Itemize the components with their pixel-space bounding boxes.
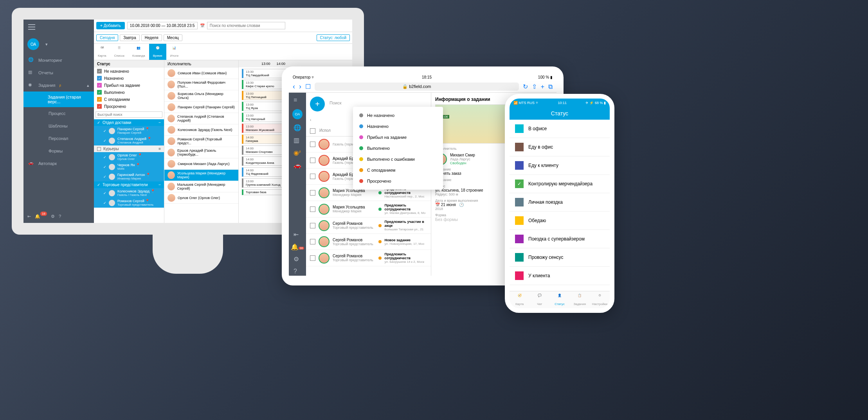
performer-row[interactable]: Степанов Андрей (Степанов Андрей)	[164, 113, 238, 124]
status-option[interactable]: Еду к клиенту	[510, 156, 610, 175]
calendar-icon[interactable]: 📅	[200, 23, 205, 28]
search-input[interactable]	[207, 22, 285, 29]
view-tab-Итоги[interactable]: 📊Итоги	[166, 44, 182, 60]
tab-Статус[interactable]: 👤Статус	[549, 291, 569, 308]
status-checkbox-row[interactable]: ✓Просрочено	[94, 103, 164, 110]
row-checkbox[interactable]	[310, 174, 315, 179]
performer-row[interactable]: Колесников Эдуард (Газель Next)	[164, 124, 238, 136]
hamburger-icon[interactable]: ≡	[294, 97, 301, 104]
bookmarks-icon[interactable]: ☐	[305, 83, 311, 90]
search-placeholder[interactable]: Поиск	[306, 101, 345, 109]
add-button[interactable]: + Добавить	[96, 22, 125, 29]
chevron-down-icon[interactable]: ▾	[45, 42, 48, 47]
sidebar-item[interactable]: 🌐Мониторинг	[23, 54, 94, 66]
popup-status-item[interactable]: С опозданием	[353, 165, 443, 176]
status-checkbox-row[interactable]: ✓Прибыл на задание	[94, 82, 164, 89]
popup-status-item[interactable]: Выполнено	[353, 143, 443, 154]
team-tree-item[interactable]: ✓Отдел доставки−	[94, 119, 164, 126]
range-chip[interactable]: Завтра	[120, 34, 139, 41]
checkbox-icon[interactable]: ✓	[103, 155, 106, 159]
team-tree-item[interactable]: ✓Степанов Андрей 📍Степанов Андрей	[94, 136, 164, 145]
url-bar[interactable]: 🔒 b2field.com	[315, 83, 519, 91]
team-tree-item[interactable]: ✓Романов Сергей 📍Торговый представитель	[94, 198, 164, 208]
share-icon[interactable]: ⇧	[532, 83, 537, 90]
popup-status-item[interactable]: Не назначено	[353, 110, 443, 121]
team-tree-item[interactable]: ✓Торговые представители−	[94, 181, 164, 188]
sidebar-item[interactable]: Персонал	[23, 132, 94, 145]
select-all-checkbox[interactable]	[310, 128, 315, 134]
checkbox-icon[interactable]: ✓	[103, 129, 106, 133]
checkbox-icon[interactable]: ✓	[97, 104, 102, 109]
checkbox-icon[interactable]: ✓	[103, 175, 106, 179]
notifications-icon[interactable]: 🔔16	[35, 214, 47, 219]
task-row[interactable]: Сергей РомановТорговый представительПред…	[306, 217, 431, 234]
status-filter-chip[interactable]: Статус: любой	[317, 34, 350, 41]
tab-Карта[interactable]: 🧭Карта	[510, 291, 529, 308]
checkbox-icon[interactable]: ✓	[97, 97, 102, 102]
popup-status-item[interactable]: Прибыл на задание	[353, 132, 443, 143]
notifications-icon[interactable]: 🔔16	[291, 243, 304, 251]
team-tree-item[interactable]: ✓Гаринский Антон 📍Инженер Мария	[94, 172, 164, 181]
status-option[interactable]: У клиента	[510, 267, 610, 285]
performer-row[interactable]: Орлов Олег (Орлов Олег)	[164, 192, 238, 204]
sidebar-item[interactable]: 🚗Автопарк	[23, 157, 94, 170]
help-icon[interactable]: ?	[59, 214, 61, 219]
row-checkbox[interactable]	[310, 255, 315, 261]
checkbox-icon[interactable]: ✓	[103, 201, 106, 205]
sidebar-item[interactable]: ◉Заданияβ▴	[23, 79, 94, 92]
view-tab-Карта[interactable]: 🗺Карта	[94, 44, 110, 60]
forward-icon[interactable]: ›	[299, 83, 301, 91]
hamburger-icon[interactable]	[23, 20, 94, 34]
back-arrow-icon[interactable]: ‹	[310, 118, 311, 122]
view-tab-Команда[interactable]: 👥Команда	[128, 44, 149, 60]
popup-status-item[interactable]: Просрочено	[353, 176, 443, 187]
status-option[interactable]: Личная поездка	[510, 193, 610, 212]
performer-row[interactable]: Смирнов Михаил (Лада Ларгус)	[164, 158, 238, 170]
range-chip[interactable]: Неделя	[141, 34, 162, 41]
status-option[interactable]: Еду в офис	[510, 138, 610, 156]
view-tab-Время[interactable]: 🕐Время	[149, 44, 166, 60]
range-chip[interactable]: Месяц	[164, 34, 182, 41]
team-tree-item[interactable]: ✓Панарин Сергей 📍Панарин Сергей	[94, 126, 164, 136]
task-row[interactable]: Мария УсольцеваМенеджер МарияПредложить …	[306, 201, 431, 217]
pin-icon[interactable]: ◉β	[294, 149, 301, 157]
tab-Чат[interactable]: 💬Чат	[529, 291, 549, 308]
status-option[interactable]: Поездка с супервайзером	[510, 230, 610, 248]
chart-icon[interactable]: ▥	[294, 136, 301, 144]
sidebar-item[interactable]: Процесс	[23, 107, 94, 120]
row-checkbox[interactable]	[310, 239, 315, 244]
popup-status-item[interactable]: Выполнено с ошибками	[353, 154, 443, 165]
checkbox-icon[interactable]: ✓	[97, 76, 102, 81]
sidebar-item[interactable]: Задания (старая верс...	[23, 92, 94, 107]
tab-Настройки[interactable]: ⚙Настройки	[590, 291, 610, 308]
task-row[interactable]: Сергей РомановТорговый представительПред…	[306, 250, 431, 266]
row-checkbox[interactable]	[310, 206, 315, 212]
performer-row[interactable]: Малышев Сергей (Менеджер Сергей)	[164, 181, 238, 192]
team-tree-item[interactable]: ✓Чернов Ян 📍MAN	[94, 162, 164, 172]
sidebar-item[interactable]: Формы	[23, 145, 94, 157]
checkbox-icon[interactable]: ✓	[97, 90, 102, 95]
user-avatar[interactable]: ОА	[27, 38, 39, 50]
row-checkbox[interactable]	[310, 190, 315, 196]
view-tab-Список[interactable]: ☰Список	[110, 44, 128, 60]
status-option[interactable]: Обедаю	[510, 212, 610, 230]
user-avatar[interactable]: ОА	[292, 109, 303, 119]
team-tree-item[interactable]: Курьеры≡	[94, 145, 164, 152]
row-checkbox[interactable]	[310, 158, 315, 163]
status-option[interactable]: Провожу сенсус	[510, 248, 610, 267]
status-checkbox-row[interactable]: ✓С опозданием	[94, 96, 164, 103]
quick-search-input[interactable]	[95, 111, 162, 118]
performer-row[interactable]: Ершов Аркадий (Газель (термобудк...	[164, 147, 238, 158]
sidebar-item[interactable]: Шаблоны	[23, 120, 94, 132]
logout-icon[interactable]: ⇤	[294, 231, 301, 239]
checkbox-icon[interactable]: ✓	[97, 83, 102, 88]
checkbox-icon[interactable]: ✓	[97, 183, 100, 187]
back-icon[interactable]: ‹	[293, 83, 295, 91]
checkbox-icon[interactable]: ✓	[97, 120, 100, 125]
collapse-icon[interactable]: ≡	[158, 147, 161, 151]
status-checkbox-row[interactable]: ✓Выполнено	[94, 89, 164, 96]
settings-icon[interactable]: ⚙	[294, 255, 301, 263]
sidebar-item[interactable]: ▥Отчеты	[23, 66, 94, 79]
logout-icon[interactable]: ⇤	[27, 214, 31, 219]
new-tab-icon[interactable]: +	[541, 83, 544, 90]
